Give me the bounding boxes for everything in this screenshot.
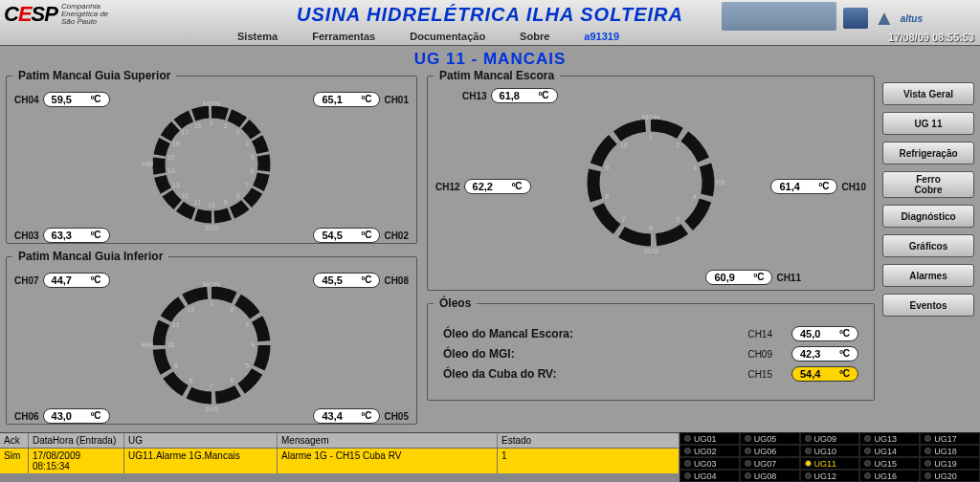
temp-reading: 63,3ºC <box>43 228 110 243</box>
nav-ug-[interactable]: UG 11 <box>882 112 974 135</box>
ug-ug10[interactable]: UG10 <box>800 445 860 457</box>
svg-text:VS: VS <box>715 178 725 186</box>
nav-ferro-cobre[interactable]: FerroCobre <box>882 171 974 198</box>
ug-ug16[interactable]: UG16 <box>859 470 920 482</box>
svg-text:6: 6 <box>231 377 234 383</box>
alarm-row[interactable]: Sim17/08/2009 08:15:34UG11.Alarme 1G.Man… <box>0 449 679 473</box>
side-nav: Vista GeralUG 11RefrigeraçãoFerroCobreDi… <box>882 82 974 317</box>
ug-ug09[interactable]: UG09 <box>800 432 860 445</box>
svg-text:2: 2 <box>676 142 679 148</box>
oils-panel: Óleos Óleo do Mancal Escora:CH1445,0ºCÓl… <box>427 296 875 401</box>
temp-reading: 62,2ºC <box>464 179 531 194</box>
svg-text:16: 16 <box>172 140 180 146</box>
temp-reading: 45,0ºC <box>791 326 858 341</box>
main-content: Patim Mancal Guia Superior 1234567891011… <box>6 69 875 425</box>
gauge-escora: Patim Mancal Escora 12345678910MONJUSVSC… <box>427 69 875 291</box>
ug-ug04[interactable]: UG04 <box>679 470 740 482</box>
svg-text:6: 6 <box>250 167 254 174</box>
reading-ch10: 61,4ºCCH10 <box>770 179 866 194</box>
ug-ug01[interactable]: UG01 <box>679 432 740 445</box>
svg-text:10: 10 <box>620 142 628 148</box>
oil-row: Óleo do Mancal Escora:CH1445,0ºC <box>443 326 858 341</box>
svg-text:5: 5 <box>245 362 249 368</box>
ug-ug13[interactable]: UG13 <box>859 432 920 445</box>
svg-text:8: 8 <box>189 377 193 383</box>
svg-text:5: 5 <box>250 153 254 160</box>
menu-sistema[interactable]: Sistema <box>220 31 295 42</box>
temp-reading: 54,4ºC <box>791 366 858 382</box>
ug-ug08[interactable]: UG08 <box>740 470 800 482</box>
svg-text:7: 7 <box>245 181 249 187</box>
svg-text:7: 7 <box>622 216 626 223</box>
ug-ug19[interactable]: UG19 <box>920 457 980 470</box>
svg-text:3: 3 <box>693 164 697 171</box>
ug-ug02[interactable]: UG02 <box>679 445 740 457</box>
svg-text:1: 1 <box>649 133 653 140</box>
oil-row: Óleo da Cuba do RV:CH1554,4ºC <box>443 366 858 382</box>
svg-text:HM: HM <box>142 340 154 349</box>
svg-text:7: 7 <box>210 383 213 389</box>
svg-text:9: 9 <box>224 199 228 206</box>
reading-ch02: 54,5ºCCH02 <box>313 228 409 243</box>
ug-ug17[interactable]: UG17 <box>920 432 980 445</box>
gauge-inferior: Patim Mancal Guia Inferior 1234567891011… <box>6 250 417 425</box>
page-subtitle: UG 11 - MANCAIS <box>0 50 980 69</box>
nav-gr-ficos[interactable]: Gráficos <box>882 234 974 257</box>
svg-text:2: 2 <box>231 305 234 312</box>
svg-text:3: 3 <box>245 320 249 327</box>
ug-grid: UG01UG05UG09UG13UG17UG02UG06UG10UG14UG18… <box>679 432 980 482</box>
svg-text:18: 18 <box>193 121 201 128</box>
gauge-superior: Patim Mancal Guia Superior 1234567891011… <box>6 69 417 244</box>
nav-eventos[interactable]: Eventos <box>882 294 974 317</box>
svg-text:12: 12 <box>188 305 195 312</box>
reading-ch11: 60,9ºCCH11 <box>705 270 801 285</box>
svg-text:4: 4 <box>245 140 249 146</box>
svg-text:1: 1 <box>210 120 213 126</box>
svg-text:13: 13 <box>172 181 180 187</box>
menu-ferramentas[interactable]: Ferramentas <box>295 31 392 42</box>
reading-ch01: 65,1ºCCH01 <box>313 92 409 107</box>
svg-text:JUS: JUS <box>643 247 658 255</box>
temp-reading: 43,4ºC <box>313 408 380 424</box>
svg-text:4: 4 <box>251 341 255 348</box>
temp-reading: 61,8ºC <box>491 88 558 103</box>
svg-text:6: 6 <box>649 225 653 231</box>
temp-reading: 44,7ºC <box>43 273 110 288</box>
ug-ug11[interactable]: UG11 <box>800 457 860 470</box>
ug-ug18[interactable]: UG18 <box>920 445 980 457</box>
ug-ug07[interactable]: UG07 <box>740 457 800 470</box>
menubar: SistemaFerramentasDocumentaçãoSobrea9131… <box>220 28 980 45</box>
reading-ch08: 45,5ºCCH08 <box>313 273 409 288</box>
menu-documentação[interactable]: Documentação <box>392 31 502 42</box>
ug-ug05[interactable]: UG05 <box>740 432 800 445</box>
reading-ch03: CH0363,3ºC <box>14 228 110 243</box>
svg-text:JUS: JUS <box>204 224 219 232</box>
temp-reading: 43,0ºC <box>43 408 110 424</box>
svg-text:9: 9 <box>605 164 609 171</box>
svg-text:14: 14 <box>167 167 175 174</box>
nav-diagn-stico[interactable]: Diagnóstico <box>882 205 974 228</box>
svg-text:11: 11 <box>172 320 180 327</box>
ug-ug15[interactable]: UG15 <box>859 457 920 470</box>
nav-alarmes[interactable]: Alarmes <box>882 264 974 287</box>
nav-refrigera-o[interactable]: Refrigeração <box>882 142 974 164</box>
temp-reading: 54,5ºC <box>313 228 380 243</box>
reading-ch07: CH0744,7ºC <box>14 273 110 288</box>
header-photo <box>722 2 836 31</box>
svg-text:4: 4 <box>693 193 697 200</box>
svg-text:HM: HM <box>142 160 154 168</box>
svg-text:MON: MON <box>203 99 221 108</box>
ug-ug06[interactable]: UG06 <box>740 445 800 457</box>
nav-vista-geral[interactable]: Vista Geral <box>882 82 974 105</box>
current-user: a91319 <box>567 31 636 42</box>
ug-ug03[interactable]: UG03 <box>679 457 740 470</box>
bottom-bar: AckDataHora (Entrada)UGMensagemEstadoSim… <box>0 432 980 482</box>
ug-ug20[interactable]: UG20 <box>920 470 980 482</box>
header: CESP CompanhiaEnergética deSão Paulo USI… <box>0 0 980 46</box>
svg-text:10: 10 <box>208 202 215 208</box>
svg-text:1: 1 <box>210 300 213 307</box>
menu-sobre[interactable]: Sobre <box>502 31 567 42</box>
temp-reading: 60,9ºC <box>705 270 772 285</box>
ug-ug12[interactable]: UG12 <box>800 470 860 482</box>
ug-ug14[interactable]: UG14 <box>859 445 920 457</box>
